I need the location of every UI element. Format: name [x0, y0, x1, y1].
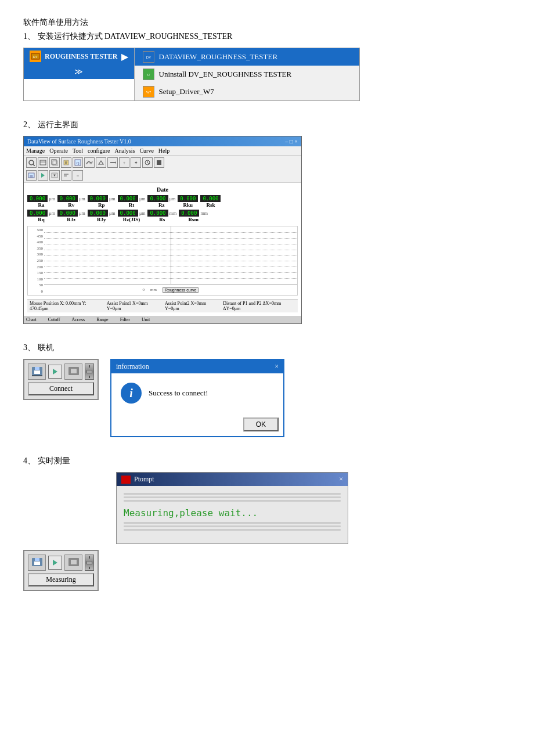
chart-area: 500450400350300 250200150100500 — [27, 226, 298, 296]
section-4: 4、 实时测量 Ptompt × Measuring,please wait..… — [23, 456, 511, 591]
tb-btn-8[interactable] — [107, 157, 118, 168]
mouse-pos: Mouse Position X: 0.00mm Y: 470.45μm — [30, 301, 102, 311]
tb-btn-4[interactable] — [61, 157, 71, 168]
menu-curve[interactable]: Curve — [139, 147, 153, 154]
connect-button[interactable]: Connect — [28, 382, 94, 395]
ptompt-dialog: Ptompt × Measuring,please wait... — [116, 472, 348, 544]
mt-save-icon[interactable] — [28, 555, 46, 571]
info-ok-btn[interactable]: OK — [243, 417, 279, 431]
tb-row2-btn3[interactable]: ▼ — [49, 170, 60, 181]
tb-btn-6[interactable] — [84, 157, 95, 168]
menu-operate[interactable]: Operate — [49, 147, 68, 154]
ptompt-body: Measuring,please wait... — [117, 486, 348, 543]
info-message: Success to connect! — [149, 388, 208, 398]
page-intro: 软件简单使用方法 1、 安装运行快捷方式 DATAVIEW_ROUGHNESS_… — [23, 17, 511, 101]
ptompt-line-2 — [124, 496, 341, 498]
svg-rect-14 — [64, 160, 68, 165]
menu-analysis[interactable]: Analysis — [114, 147, 135, 154]
chart-yaxis: 500450400350300 250200150100500 — [28, 226, 44, 295]
step-2-header: 2、 运行主界面 — [23, 120, 511, 130]
tb-btn-1[interactable] — [26, 157, 37, 168]
svg-text:▼: ▼ — [53, 174, 56, 177]
svg-rect-40 — [71, 369, 77, 373]
menu-help[interactable]: Help — [158, 147, 169, 154]
measuring-toolbar: Measuring — [23, 550, 99, 591]
tb-btn-11[interactable] — [142, 157, 153, 168]
svg-marker-20 — [115, 161, 116, 164]
tb-btn-5[interactable]: Q — [73, 157, 83, 168]
app-menubar[interactable]: Manage Operate Tool configure Analysis C… — [24, 146, 301, 156]
assist2: Assist Point2 X=0mm Y=0μm — [165, 301, 218, 311]
window-controls[interactable]: – □ × — [285, 138, 298, 145]
driver-icon: W7 — [143, 86, 154, 98]
ptompt-lines — [124, 493, 341, 502]
ptompt-line-1 — [124, 493, 341, 495]
tb-btn-7[interactable] — [96, 157, 106, 168]
ct-play-btn[interactable] — [48, 365, 62, 379]
tb-row2-btn4[interactable] — [61, 170, 71, 181]
svg-text:Q: Q — [76, 161, 79, 165]
svg-rect-13 — [53, 161, 57, 165]
assist1: Assist Point1 X=0mm Y=0μm — [107, 301, 160, 311]
svg-rect-46 — [71, 560, 77, 564]
info-titlebar: information × — [111, 360, 283, 373]
svg-text:+: + — [123, 160, 126, 165]
ptompt-line-4 — [124, 522, 341, 524]
toolbar-icons — [28, 363, 94, 380]
menu-left-panel: RT ROUGHNESS TESTER ▶ — [24, 48, 134, 64]
ct-stop-icon[interactable] — [64, 363, 82, 380]
svg-line-9 — [33, 164, 35, 166]
svg-text:✦: ✦ — [134, 160, 138, 165]
menu-configure[interactable]: configure — [88, 147, 110, 154]
measuring-toolbar-icons — [28, 555, 94, 571]
footer-unit: Unit — [142, 317, 150, 322]
svg-marker-38 — [53, 369, 57, 375]
mt-play-btn[interactable] — [48, 556, 62, 570]
tb-btn-9[interactable]: + — [119, 157, 129, 168]
chart-plot — [44, 226, 297, 285]
tb-row2-btn5[interactable]: ≡ — [73, 170, 83, 181]
tb-btn-12[interactable] — [154, 157, 164, 168]
info-title: information — [116, 362, 149, 371]
svg-text:U: U — [147, 73, 150, 77]
info-footer: OK — [111, 413, 283, 436]
tb-btn-2[interactable] — [38, 157, 48, 168]
footer-cutoff: Cutoff — [48, 317, 60, 322]
menu-tool[interactable]: Tool — [73, 147, 83, 154]
svg-text:≡: ≡ — [77, 173, 80, 178]
tb-row2-btn1[interactable]: ▤ — [26, 170, 37, 181]
measurements-row1: 0.000 μm Ra 0.000 μm Rv 0.000 μm Rp 0.00… — [27, 195, 298, 208]
svg-rect-42 — [34, 561, 40, 565]
section-2: 2、 运行主界面 DataView of Surface Roughness T… — [23, 120, 511, 324]
measuring-button[interactable]: Measuring — [28, 573, 94, 586]
app-titlebar: DataView of Surface Roughness Tester V1.… — [24, 136, 301, 146]
ct-slider[interactable] — [85, 363, 94, 380]
menu-item-dataview[interactable]: DV DATAVIEW_ROUGHNESS_TESTER — [135, 48, 360, 66]
ct-save-icon[interactable] — [28, 363, 46, 380]
chevron-row: ≫ — [24, 64, 134, 79]
measuring-section: Measuring — [23, 550, 511, 591]
roughness-curve-btn[interactable]: Roughness curve — [163, 287, 199, 293]
statusbar: Mouse Position X: 0.00mm Y: 470.45μm Ass… — [27, 299, 298, 312]
meas-r3z: 0.000 μm R3z — [57, 210, 85, 222]
menu-right-panel: DV DATAVIEW_ROUGHNESS_TESTER U Uninstall… — [134, 48, 360, 100]
ptompt-line-3 — [124, 500, 341, 502]
menu-manage[interactable]: Manage — [26, 147, 45, 154]
ptompt-close-btn[interactable]: × — [339, 475, 343, 484]
tb-row2-btn2[interactable] — [38, 170, 48, 181]
footer-chart: Chart — [26, 317, 37, 322]
mt-slider[interactable] — [85, 555, 94, 571]
svg-line-25 — [147, 163, 149, 164]
menu-screenshot: RT ROUGHNESS TESTER ▶ ≫ DV DATAVIEW_ROUG… — [23, 48, 360, 101]
menu-item-driver[interactable]: W7 Setup_Driver_W7 — [135, 83, 360, 100]
svg-rect-26 — [157, 160, 161, 165]
info-close-btn[interactable]: × — [275, 362, 279, 371]
mt-stop-icon[interactable] — [64, 555, 82, 571]
roughness-icon: RT — [30, 51, 41, 62]
ptompt-icon — [121, 476, 131, 484]
tb-btn-3[interactable] — [49, 157, 60, 168]
menu-item-uninstall[interactable]: U Uninstall DV_EN_ROUGHNESS TESTER — [135, 66, 360, 83]
svg-rect-43 — [35, 558, 39, 561]
meas-rs: 0.000 mm Rs — [147, 210, 176, 222]
tb-btn-10[interactable]: ✦ — [131, 157, 141, 168]
